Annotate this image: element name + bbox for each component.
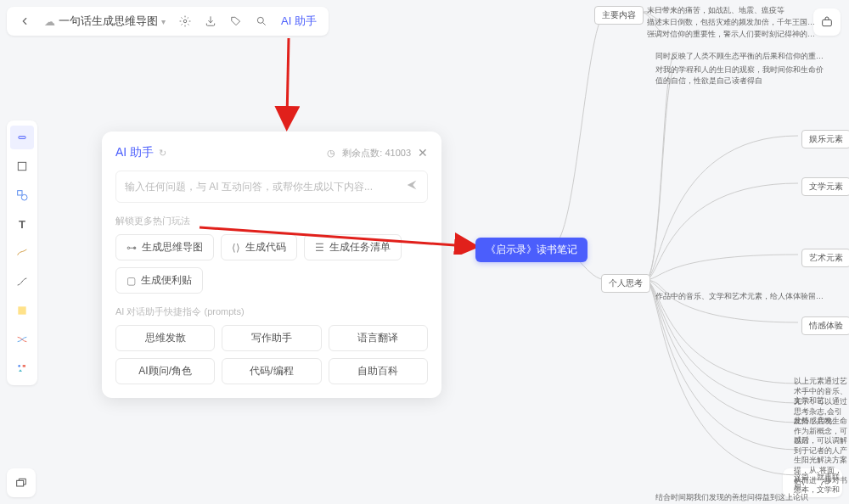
document-title: 一句话生成思维导图 <box>59 14 158 29</box>
sticky-icon: ▢ <box>127 275 136 287</box>
svg-point-7 <box>18 365 20 367</box>
code-icon: ⟨⟩ <box>232 242 240 254</box>
document-title-chip[interactable]: ☁ 一句话生成思维导图 ▾ <box>39 12 171 31</box>
tool-pen[interactable] <box>10 241 34 265</box>
svg-point-5 <box>21 194 27 200</box>
ai-assistant-panel: AI 助手 ↻ ◷ 剩余点数: 41003 ✕ 解锁更多热门玩法 ⊶生成思维导图… <box>102 132 441 398</box>
mindmap-canvas[interactable]: 《启示录》读书笔记 主要内容 末日带来的痛苦，如战乱、地震、瘟疫等 描述末日倒数… <box>458 0 849 504</box>
tool-flow[interactable] <box>10 328 34 351</box>
mindmap-branch[interactable]: 主要内容 <box>594 6 644 25</box>
prompt-chip[interactable]: 写作助手 <box>222 325 321 351</box>
mindmap-branch[interactable]: 个人思考 <box>601 274 650 293</box>
tool-connector[interactable] <box>10 270 34 294</box>
tool-frame[interactable] <box>10 154 34 178</box>
svg-rect-9 <box>17 480 24 486</box>
mindmap-leaf[interactable]: 描述末日倒数，包括灾难的频发加倍，千年王国的到来等 <box>647 17 817 28</box>
prompt-chip[interactable]: 代码/编程 <box>222 358 321 384</box>
tool-node[interactable] <box>10 126 34 149</box>
prompt-chip[interactable]: 自助百科 <box>329 358 428 384</box>
svg-rect-6 <box>18 306 25 314</box>
cloud-icon: ☁ <box>44 15 55 28</box>
list-icon: ☰ <box>315 242 324 254</box>
prompt-chip[interactable]: 语言翻译 <box>329 325 428 351</box>
tool-text[interactable]: T <box>10 212 34 236</box>
mindmap-subnode[interactable]: 文学元素 <box>801 177 849 196</box>
chip-code[interactable]: ⟨⟩生成代码 <box>221 234 297 260</box>
svg-rect-3 <box>18 162 25 170</box>
mindmap-leaf[interactable]: 结合时间期我们发现的善想问得益到这上论识 <box>655 492 808 503</box>
tag-icon[interactable] <box>225 10 247 32</box>
mindmap-leaf[interactable]: 末日带来的痛苦，如战乱、地震、瘟疫等 <box>647 5 784 16</box>
ai-panel-title: AI 助手 ↻ <box>115 145 166 160</box>
svg-point-1 <box>257 17 263 23</box>
top-toolbar: ☁ 一句话生成思维导图 ▾ AI 助手 <box>7 7 329 36</box>
clock-icon: ◷ <box>327 148 335 159</box>
export-icon[interactable] <box>200 10 222 32</box>
mindmap-icon: ⊶ <box>127 242 137 254</box>
close-icon[interactable]: ✕ <box>418 146 428 160</box>
layers-button[interactable] <box>7 468 36 497</box>
section-label: 解锁更多热门玩法 <box>115 215 428 227</box>
annotation-arrow <box>246 34 314 136</box>
mindmap-leaf[interactable]: 强调对信仰的重要性，警示人们要时刻记得神的话语 <box>647 29 817 40</box>
chevron-down-icon: ▾ <box>161 17 166 26</box>
prompt-chip[interactable]: AI顾问/角色 <box>115 358 215 384</box>
ai-assistant-link[interactable]: AI 助手 <box>276 14 322 29</box>
svg-rect-8 <box>23 365 25 367</box>
tool-shape[interactable] <box>10 183 34 207</box>
tool-sticky[interactable] <box>10 299 34 322</box>
chip-tasklist[interactable]: ☰生成任务清单 <box>304 234 402 260</box>
mindmap-subnode[interactable]: 情感体验 <box>801 316 849 335</box>
ai-input-row <box>115 171 428 203</box>
svg-rect-2 <box>19 137 25 139</box>
svg-point-0 <box>183 20 187 23</box>
tool-more[interactable] <box>10 356 34 380</box>
left-toolbar: T <box>7 120 37 385</box>
send-icon[interactable] <box>405 178 419 195</box>
mindmap-leaf[interactable]: 对我的学程和人的生日的观察，我时间你和生命价值的自信，性欲是自己读者得自 <box>655 64 825 87</box>
prompt-chip[interactable]: 思维发散 <box>115 325 215 351</box>
remaining-points: 剩余点数: 41003 <box>342 147 411 160</box>
mindmap-leaf[interactable]: 这篇，就再联想。 <box>794 473 849 492</box>
mindmap-subnode[interactable]: 艺术元素 <box>801 249 849 267</box>
svg-rect-4 <box>18 191 22 195</box>
back-button[interactable] <box>14 10 36 32</box>
section-label: AI 对话助手快捷指令 (prompts) <box>115 305 428 318</box>
mindmap-subnode[interactable]: 娱乐元素 <box>801 130 849 148</box>
refresh-icon[interactable]: ↻ <box>159 148 166 159</box>
chip-mindmap[interactable]: ⊶生成思维导图 <box>115 234 214 260</box>
chip-sticky[interactable]: ▢生成便利贴 <box>115 267 203 294</box>
search-icon[interactable] <box>250 10 273 32</box>
mindmap-leaf[interactable]: 作品中的音乐、文学和艺术元素，给人体体验留的情感影响 <box>655 291 825 302</box>
settings-icon[interactable] <box>174 10 196 32</box>
mindmap-root[interactable]: 《启示录》读书笔记 <box>475 238 588 262</box>
ai-prompt-input[interactable] <box>125 181 405 193</box>
mindmap-leaf[interactable]: 同时反映了人类不顾生态平衡的后果和信仰的重要性 <box>655 51 825 62</box>
